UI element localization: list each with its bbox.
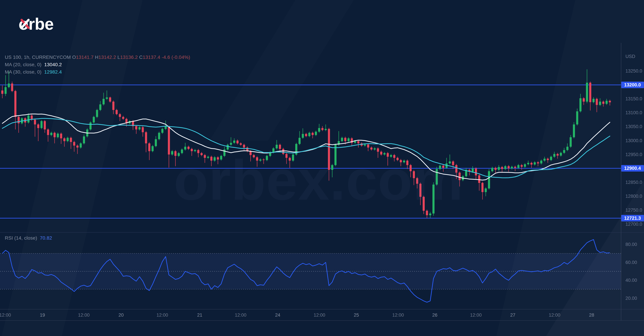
candle-body bbox=[210, 157, 212, 161]
candle-body bbox=[11, 84, 13, 91]
candle-body bbox=[8, 84, 10, 87]
candle-body bbox=[429, 213, 431, 215]
candle-body bbox=[259, 160, 262, 161]
candle-body bbox=[485, 188, 487, 192]
time-label-12:00: 12:00 bbox=[470, 313, 482, 318]
low-value: 13136.2 bbox=[120, 54, 138, 60]
candle-body bbox=[292, 155, 294, 161]
candle-body bbox=[396, 158, 398, 160]
time-label-28: 28 bbox=[589, 313, 594, 318]
ma30-label: MA (30, close, 0) bbox=[5, 69, 44, 75]
candle-body bbox=[70, 138, 72, 142]
candle-body bbox=[168, 127, 170, 154]
candle-body bbox=[60, 134, 62, 138]
candle-body bbox=[106, 97, 108, 99]
time-label-27: 27 bbox=[510, 313, 515, 318]
candle-body bbox=[253, 155, 255, 157]
ma30-legend[interactable]: MA (30, close, 0) 12982.4 bbox=[5, 69, 62, 75]
candle-body bbox=[530, 163, 532, 165]
candle-wick bbox=[548, 158, 548, 163]
candle-body bbox=[478, 175, 480, 183]
candle-body bbox=[475, 168, 477, 175]
candle-body bbox=[171, 151, 173, 154]
candle-body bbox=[403, 161, 405, 162]
time-label-12:00: 12:00 bbox=[392, 313, 404, 318]
candle-wick bbox=[538, 161, 538, 166]
candle-body bbox=[540, 161, 542, 163]
candle-body bbox=[348, 138, 350, 141]
candle-body bbox=[498, 167, 500, 170]
rsi-value: 70.82 bbox=[40, 235, 52, 241]
candle-body bbox=[279, 145, 281, 149]
candle-body bbox=[324, 129, 327, 130]
candle-body bbox=[214, 157, 216, 161]
candle-body bbox=[494, 168, 497, 170]
chart-canvas[interactable]: USD13250.013150.013100.013050.013000.012… bbox=[0, 0, 644, 336]
candle-body bbox=[442, 166, 444, 168]
candle-body bbox=[243, 145, 245, 148]
candle-body bbox=[197, 150, 200, 153]
candle-body bbox=[374, 148, 376, 149]
candle-body bbox=[5, 87, 7, 94]
symbol-legend[interactable]: US 100, 1h, CURRENCYCOM O13141.7 H13142.… bbox=[5, 54, 190, 60]
candle-body bbox=[302, 134, 304, 138]
candle-body bbox=[80, 143, 82, 148]
candle-wick bbox=[401, 159, 401, 166]
candle-body bbox=[272, 148, 274, 152]
candle-body bbox=[158, 133, 160, 139]
candle-wick bbox=[495, 167, 496, 173]
candle-body bbox=[367, 145, 369, 148]
candle-body bbox=[589, 83, 591, 102]
candle-body bbox=[534, 162, 536, 165]
candle-body bbox=[148, 143, 150, 151]
candle-body bbox=[472, 168, 474, 172]
candle-body bbox=[576, 111, 578, 124]
candle-body bbox=[200, 153, 203, 155]
candle-body bbox=[380, 152, 382, 155]
candle-body bbox=[390, 155, 392, 157]
rsi-legend[interactable]: RSI (14, close) 70.82 bbox=[5, 235, 52, 241]
price-tick-label: 12750.0 bbox=[626, 207, 642, 213]
candle-body bbox=[553, 154, 556, 157]
candle-body bbox=[102, 99, 104, 104]
time-label-26: 26 bbox=[432, 313, 438, 318]
candle-body bbox=[99, 104, 101, 110]
candle-body bbox=[262, 160, 265, 160]
price-tick-label: 12850.0 bbox=[626, 180, 642, 185]
candle-body bbox=[410, 165, 412, 171]
candle-body bbox=[224, 150, 226, 156]
candle-body bbox=[50, 133, 52, 135]
candle-body bbox=[455, 165, 457, 172]
rsi-tick-label: 40.00 bbox=[626, 278, 637, 283]
candle-body bbox=[544, 159, 546, 161]
candle-body bbox=[220, 156, 222, 160]
candle-body bbox=[161, 129, 163, 133]
ma20-legend[interactable]: MA (20, close, 0) 13040.2 bbox=[5, 62, 62, 67]
candle-body bbox=[321, 128, 323, 130]
candle-wick bbox=[326, 124, 326, 131]
candle-body bbox=[76, 146, 78, 148]
candle-body bbox=[550, 157, 552, 160]
candle-body bbox=[217, 157, 219, 160]
candle-body bbox=[387, 153, 389, 157]
time-label-25: 25 bbox=[354, 313, 359, 318]
candle-body bbox=[194, 150, 196, 151]
high-value: 13142.2 bbox=[98, 54, 116, 60]
time-label-12:00: 12:00 bbox=[78, 313, 90, 318]
candle-body bbox=[384, 153, 386, 155]
candle-body bbox=[393, 155, 395, 158]
candle-body bbox=[586, 83, 588, 102]
candle-body bbox=[266, 156, 268, 160]
logo-x-icon bbox=[18, 16, 31, 29]
candle-body bbox=[504, 166, 506, 169]
candle-body bbox=[556, 154, 559, 156]
time-label-21: 21 bbox=[197, 313, 202, 318]
candle-body bbox=[67, 138, 69, 141]
level-badge-label: 12721.3 bbox=[624, 216, 641, 221]
candle-body bbox=[602, 102, 604, 104]
candle-body bbox=[566, 147, 568, 150]
candle-body bbox=[527, 163, 529, 164]
candle-body bbox=[181, 150, 183, 153]
candle-body bbox=[439, 166, 441, 169]
candle-body bbox=[592, 99, 594, 102]
